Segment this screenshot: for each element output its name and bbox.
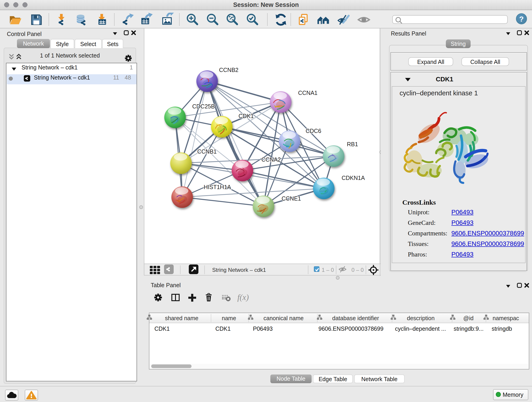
svg-text:CDC25B: CDC25B: [192, 103, 215, 109]
svg-text:CCNA2: CCNA2: [261, 156, 281, 163]
svg-text:HIST1H1A: HIST1H1A: [204, 184, 231, 190]
svg-text:RB1: RB1: [347, 141, 358, 147]
svg-text:CCNB1: CCNB1: [197, 148, 217, 155]
svg-text:CDK1: CDK1: [239, 113, 254, 119]
svg-text:CCNE1: CCNE1: [282, 195, 301, 202]
svg-text:CDC6: CDC6: [306, 128, 321, 134]
svg-text:CCNB2: CCNB2: [219, 67, 239, 73]
svg-text:CDKN1A: CDKN1A: [342, 175, 365, 181]
svg-text:CCNA1: CCNA1: [298, 89, 317, 96]
